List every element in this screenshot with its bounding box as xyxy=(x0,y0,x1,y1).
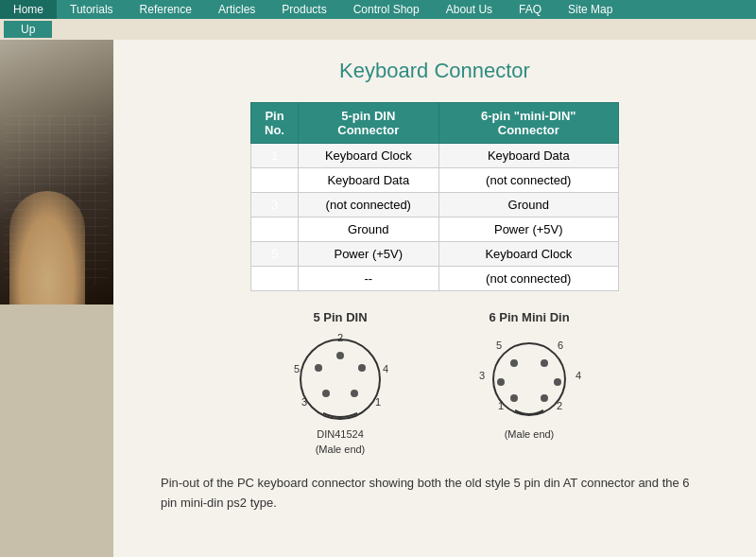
cell-din5: Keyboard Clock xyxy=(299,144,439,168)
cell-pin: 6 xyxy=(251,267,299,291)
svg-text:3: 3 xyxy=(301,396,307,408)
svg-point-20 xyxy=(497,378,505,386)
col-pin: Pin No. xyxy=(251,103,299,144)
svg-point-0 xyxy=(301,339,380,419)
svg-point-6 xyxy=(336,352,344,359)
main-layout: Keyboard Connector Pin No. 5-pin DIN Con… xyxy=(0,40,756,557)
content-area: Keyboard Connector Pin No. 5-pin DIN Con… xyxy=(113,40,756,557)
cell-pin: 1 xyxy=(251,144,299,168)
cell-din5: Power (+5V) xyxy=(299,242,439,267)
table-row: 5Power (+5V)Keyboard Clock xyxy=(251,242,619,267)
svg-text:2: 2 xyxy=(337,332,343,343)
cell-din5: Keyboard Data xyxy=(299,168,439,193)
cell-din5: (not connected) xyxy=(299,193,439,218)
cell-pin: 5 xyxy=(251,242,299,267)
nav-about-us[interactable]: About Us xyxy=(433,0,506,19)
svg-text:4: 4 xyxy=(576,370,581,381)
nav-tutorials[interactable]: Tutorials xyxy=(57,0,127,19)
svg-point-19 xyxy=(541,359,548,367)
col-minidin6: 6-pin "mini-DIN" Connector xyxy=(438,103,618,144)
svg-point-11 xyxy=(493,343,565,415)
minidin6-diagram: 6 Pin Mini Din 5 6 3 4 1 xyxy=(472,310,586,455)
nav-reference[interactable]: Reference xyxy=(127,0,205,19)
nav-site-map[interactable]: Site Map xyxy=(555,0,626,19)
svg-text:6: 6 xyxy=(558,339,563,351)
table-row: 1Keyboard ClockKeyboard Data xyxy=(251,144,619,168)
svg-point-8 xyxy=(351,390,358,397)
svg-point-7 xyxy=(358,364,366,372)
nav-home[interactable]: Home xyxy=(0,0,57,19)
svg-point-23 xyxy=(541,394,548,402)
cell-din5: Ground xyxy=(299,218,439,242)
diagrams-row: 5 Pin DIN 2 4 1 3 5 xyxy=(142,310,728,455)
connector-table: Pin No. 5-pin DIN Connector 6-pin "mini-… xyxy=(250,102,619,291)
din5-subtitle1: DIN41524 xyxy=(284,428,397,440)
cell-minidin6: Power (+5V) xyxy=(438,218,618,242)
table-row: 3(not connected)Ground xyxy=(251,193,619,218)
svg-point-9 xyxy=(322,390,330,397)
nav-products[interactable]: Products xyxy=(268,0,339,19)
cell-minidin6: Keyboard Data xyxy=(438,144,618,168)
table-row: 6--(not connected) xyxy=(251,267,619,291)
sidebar-keyboard-image xyxy=(0,40,113,305)
svg-text:4: 4 xyxy=(383,363,388,374)
up-row: Up xyxy=(0,19,756,40)
table-row: 4GroundPower (+5V) xyxy=(251,218,619,242)
up-button[interactable]: Up xyxy=(4,21,52,38)
svg-point-10 xyxy=(315,364,322,372)
minidin6-title: 6 Pin Mini Din xyxy=(472,310,586,324)
din5-title: 5 Pin DIN xyxy=(284,310,397,324)
cell-minidin6: (not connected) xyxy=(438,168,618,193)
cell-din5: -- xyxy=(299,267,439,291)
svg-text:5: 5 xyxy=(294,363,300,374)
svg-text:3: 3 xyxy=(479,370,485,381)
svg-text:1: 1 xyxy=(375,396,381,408)
cell-minidin6: Ground xyxy=(438,193,618,218)
cell-pin: 3 xyxy=(251,193,299,218)
nav-articles[interactable]: Articles xyxy=(205,0,268,19)
table-row: 2Keyboard Data(not connected) xyxy=(251,168,619,193)
svg-point-18 xyxy=(510,359,518,367)
sidebar xyxy=(0,40,113,557)
svg-text:1: 1 xyxy=(498,400,504,411)
cell-pin: 2 xyxy=(251,168,299,193)
svg-text:5: 5 xyxy=(496,339,502,351)
minidin6-svg: 5 6 3 4 1 2 xyxy=(472,330,586,425)
cell-minidin6: Keyboard Clock xyxy=(438,242,618,267)
minidin6-subtitle1: (Male end) xyxy=(472,428,586,440)
din5-subtitle2: (Male end) xyxy=(284,444,397,455)
col-din5: 5-pin DIN Connector xyxy=(299,103,439,144)
description: Pin-out of the PC keyboard connector sho… xyxy=(161,474,709,513)
page-title: Keyboard Connector xyxy=(142,59,728,83)
navbar: Home Tutorials Reference Articles Produc… xyxy=(0,0,756,19)
svg-point-21 xyxy=(554,378,561,386)
svg-text:2: 2 xyxy=(557,400,562,411)
nav-control-shop[interactable]: Control Shop xyxy=(340,0,433,19)
din5-svg: 2 4 1 3 5 xyxy=(284,330,397,425)
svg-point-22 xyxy=(510,394,518,402)
din5-diagram: 5 Pin DIN 2 4 1 3 5 xyxy=(284,310,397,455)
cell-pin: 4 xyxy=(251,218,299,242)
cell-minidin6: (not connected) xyxy=(438,267,618,291)
nav-faq[interactable]: FAQ xyxy=(506,0,555,19)
